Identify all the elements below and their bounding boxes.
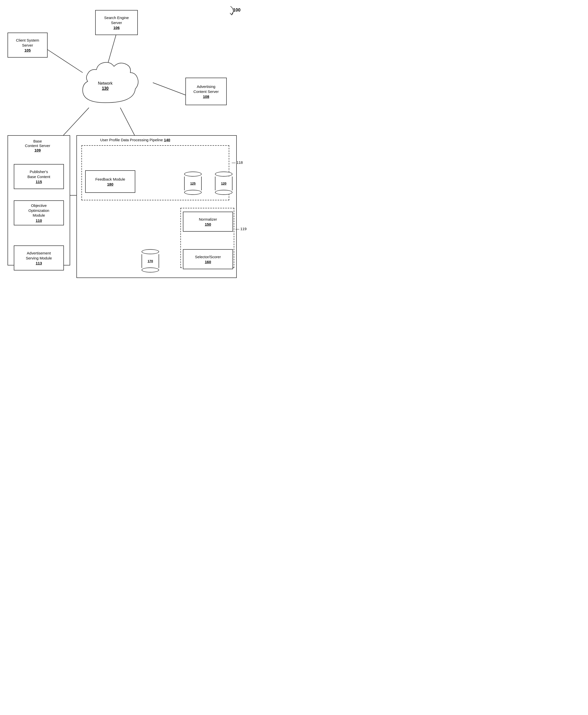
db-125-top	[184, 172, 202, 177]
objective-optimization-module-number: 110	[36, 218, 42, 223]
objective-optimization-module-box: ObjectiveOptimizationModule 110	[14, 200, 64, 225]
db-125: 125	[184, 172, 202, 195]
search-engine-server-label: Search Engine Server	[98, 15, 135, 25]
db-125-label: 125	[190, 181, 196, 185]
advertisement-serving-module-box: AdvertisementServing Module 113	[14, 245, 64, 270]
publishers-base-content-box: Publisher'sBase Content 115	[14, 164, 64, 189]
diagram-container: 100 Search Engine Server 106 Client Syst…	[0, 0, 251, 301]
normalizer-box: Normalizer 150	[183, 212, 233, 232]
db-170: 170	[142, 249, 159, 273]
advertisement-serving-module-number: 113	[36, 261, 42, 265]
db-120-label: 120	[221, 181, 227, 185]
db-120-body: 120	[215, 177, 232, 190]
bracket-119-label: — 119	[235, 226, 247, 231]
selector-scorer-box: Selector/Scorer 160	[183, 249, 233, 269]
normalizer-number: 150	[205, 222, 211, 226]
advertising-content-server-label: AdvertisingContent Server	[193, 84, 219, 94]
feedback-module-box: Feedback Module 180	[85, 170, 135, 193]
db-170-label: 170	[148, 259, 153, 263]
db-120: 120	[215, 172, 232, 195]
db-125-bottom	[184, 190, 202, 195]
selector-scorer-number: 160	[205, 260, 211, 264]
base-content-server-label-group: BaseContent Server 109	[15, 139, 60, 153]
base-content-server-number: 109	[34, 148, 41, 152]
publishers-base-content-number: 115	[36, 179, 42, 184]
client-system-server-box: Client SystemServer 105	[7, 32, 48, 58]
svg-text:Network: Network	[98, 81, 113, 85]
feedback-module-number: 180	[107, 182, 113, 186]
search-engine-server-number: 106	[113, 25, 120, 30]
advertisement-serving-module-label: AdvertisementServing Module	[26, 251, 52, 260]
search-engine-server-box: Search Engine Server 106	[95, 10, 138, 35]
client-system-server-number: 105	[24, 48, 30, 52]
selector-scorer-label: Selector/Scorer	[195, 255, 221, 259]
ref-100-arrow	[223, 5, 238, 20]
db-170-bottom	[142, 267, 159, 273]
db-125-body: 125	[184, 177, 202, 190]
network-cloud: Network 130	[68, 48, 143, 108]
client-system-server-label: Client SystemServer	[16, 38, 39, 48]
normalizer-label: Normalizer	[199, 217, 217, 222]
db-120-bottom	[215, 190, 232, 195]
bracket-118-label: — 118	[232, 160, 243, 165]
db-170-body: 170	[142, 254, 159, 268]
base-content-server-label: BaseContent Server	[25, 139, 50, 148]
advertising-content-server-box: AdvertisingContent Server 108	[185, 78, 227, 105]
db-170-top	[142, 249, 159, 254]
pipeline-label: User Profile Data Processing Pipeline 14…	[100, 138, 170, 142]
feedback-module-label: Feedback Module	[95, 177, 125, 182]
advertising-content-server-number: 108	[203, 94, 209, 99]
svg-line-4	[153, 83, 189, 96]
objective-optimization-module-label: ObjectiveOptimizationModule	[28, 203, 49, 218]
svg-text:130: 130	[102, 86, 109, 90]
publishers-base-content-label: Publisher'sBase Content	[27, 169, 50, 179]
db-120-top	[215, 172, 232, 177]
